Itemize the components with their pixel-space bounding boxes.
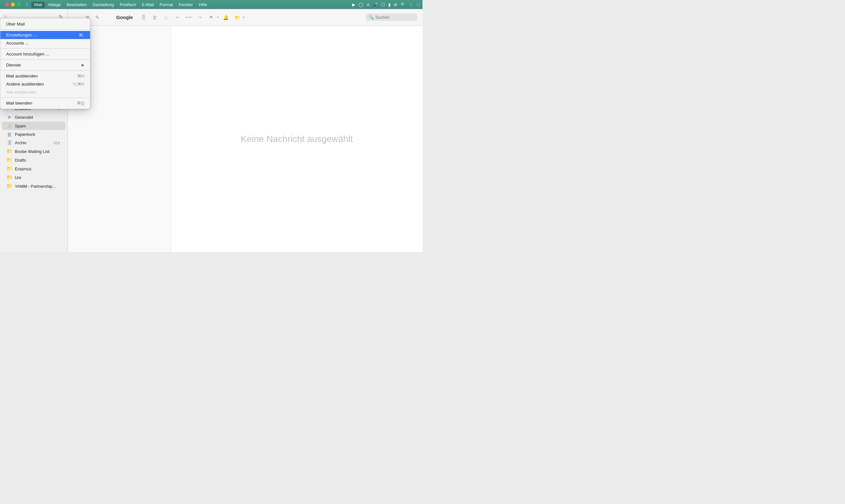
hide-mail-shortcut: ⌘H: [77, 74, 84, 78]
erasmus-label: Erasmus: [15, 166, 61, 171]
menu-separator-1: [0, 29, 90, 30]
menubar-bearbeiten[interactable]: Bearbeiten: [64, 2, 90, 8]
toolbar: ✉ ✎ Google 🗄 🗑 ⚠ ↩ ↩↩ ↪ ⚑ ▼ 🔔: [68, 9, 422, 26]
menu-hide-others[interactable]: Andere ausblenden ⌥⌘H: [0, 80, 90, 88]
sidebar-item-yamm[interactable]: 📁 YAMM - Partnership...: [2, 182, 66, 191]
reply-all-toolbar-btn[interactable]: ↩↩: [184, 13, 194, 22]
sent-icon: ➤: [6, 114, 12, 120]
menu-dienste[interactable]: Dienste ▶: [0, 61, 90, 69]
dienste-label: Dienste: [6, 62, 21, 68]
font-icon[interactable]: A: [367, 2, 370, 7]
trash-icon: 🗑: [6, 132, 12, 137]
menubar-hilfe[interactable]: Hilfe: [196, 2, 210, 8]
mail-menu-dropdown: Über Mail Einstellungen ... ⌘, Accounts …: [0, 18, 90, 109]
folder-chevron-icon[interactable]: ▼: [242, 16, 245, 19]
dienste-arrow-icon: ▶: [82, 63, 84, 67]
menu-separator-4: [0, 70, 90, 71]
sidebar-item-drafts[interactable]: 📁 Drafts: [2, 156, 66, 164]
search-icon: 🔍: [369, 15, 374, 20]
folder-yamm-icon: 📁: [6, 183, 12, 189]
menu-about-mail[interactable]: Über Mail: [0, 20, 90, 28]
hide-mail-label: Mail ausblenden: [6, 74, 38, 78]
flag-chevron-icon[interactable]: ▼: [217, 16, 219, 19]
traffic-lights: [3, 3, 23, 6]
audio-icon[interactable]: 🎤: [373, 2, 378, 7]
search-input[interactable]: [375, 15, 414, 20]
spam-icon: ⚠: [6, 123, 12, 129]
menu-hide-mail[interactable]: Mail ausblenden ⌘H: [0, 72, 90, 80]
menubar-email[interactable]: E-Mail: [139, 2, 157, 8]
quit-mail-shortcut: ⌘Q: [77, 101, 84, 106]
sidebar-item-erasmus[interactable]: 📁 Erasmus: [2, 165, 66, 173]
archiv-badge: 619: [53, 141, 61, 145]
flag-btn-group: ⚑ ▼: [206, 13, 219, 22]
junk-toolbar-btn[interactable]: ⚠: [161, 13, 171, 22]
accounts-label: Accounts ...: [6, 41, 29, 46]
siri-icon[interactable]: ◌: [416, 2, 420, 7]
controlcenter-icon[interactable]: ⋮: [409, 2, 413, 7]
minimize-button[interactable]: [11, 3, 15, 6]
spam-label: Spam: [15, 124, 61, 128]
menubar-postfach[interactable]: Postfach: [117, 2, 139, 8]
papierkorb-label: Papierkorb: [15, 132, 61, 137]
drafts-label: Drafts: [15, 158, 61, 163]
menu-preferences[interactable]: Einstellungen ... ⌘,: [0, 31, 90, 39]
search-menubar-icon[interactable]: 🔍: [400, 2, 406, 7]
menubar-fenster[interactable]: Fenster: [176, 2, 196, 8]
app-container: Über Mail Einstellungen ... ⌘, Accounts …: [0, 9, 422, 252]
sidebar-item-archiv[interactable]: 🗄 Archiv 619: [2, 139, 66, 147]
add-account-label: Account hinzufügen ...: [6, 52, 49, 56]
hide-others-label: Andere ausblenden: [6, 82, 44, 87]
sidebar-item-spam[interactable]: ⚠ Spam: [2, 122, 66, 130]
folder-btn-group: 📁 ▼: [232, 13, 245, 22]
yamm-label: YAMM - Partnership...: [15, 184, 61, 189]
archive-toolbar-btn[interactable]: 🗄: [139, 13, 148, 22]
move-toolbar-btn[interactable]: 📁: [232, 13, 242, 22]
toolbar-title: Google: [115, 15, 134, 20]
menu-separator-5: [0, 97, 90, 98]
notification-toolbar-btn[interactable]: 🔔: [221, 13, 231, 22]
no-message-text: Keine Nachricht ausgewählt: [241, 134, 353, 144]
display-icon[interactable]: ☐: [381, 2, 385, 7]
apple-menu[interactable]: : [23, 2, 31, 7]
reply-toolbar-btn[interactable]: ↩: [173, 13, 182, 22]
show-all-label: Alle einblenden: [6, 90, 36, 94]
play-icon[interactable]: ◯: [359, 2, 363, 7]
forward-toolbar-btn[interactable]: ↪: [195, 13, 205, 22]
battery-icon[interactable]: ▮: [388, 2, 391, 7]
uni-label: Uni: [15, 175, 61, 180]
sidebar-item-papierkorb[interactable]: 🗑 Papierkorb: [2, 130, 66, 139]
archiv-label: Archiv: [15, 140, 50, 145]
menu-quit-mail[interactable]: Mail beenden ⌘Q: [0, 99, 90, 107]
quit-mail-label: Mail beenden: [6, 101, 32, 106]
sidebar-item-uni[interactable]: 📁 Uni: [2, 173, 66, 182]
sidebar-item-gesendet[interactable]: ➤ Gesendet: [2, 113, 66, 121]
close-button[interactable]: [5, 3, 9, 6]
maximize-button[interactable]: [17, 3, 21, 6]
preferences-shortcut: ⌘,: [79, 33, 84, 37]
menubar-format[interactable]: Format: [157, 2, 176, 8]
wifi-icon[interactable]: ⊜: [394, 2, 397, 7]
menu-add-account[interactable]: Account hinzufügen ...: [0, 50, 90, 58]
compose-new-btn[interactable]: ✎: [92, 13, 102, 22]
sidebar-item-boxbe[interactable]: 📁 Boxbe Waiting List: [2, 147, 66, 156]
search-box: 🔍: [366, 14, 417, 21]
message-panel: Keine Nachricht ausgewählt: [171, 26, 422, 252]
main-content: ✉ ✎ Google 🗄 🗑 ⚠ ↩ ↩↩ ↪ ⚑ ▼ 🔔: [68, 9, 422, 252]
location-icon[interactable]: ▶: [352, 2, 355, 7]
preferences-label: Einstellungen ...: [6, 33, 37, 37]
menu-separator-3: [0, 59, 90, 60]
folder-boxbe-icon: 📁: [6, 148, 12, 154]
folder-erasmus-icon: 📁: [6, 166, 12, 172]
menubar-mail[interactable]: Mail: [31, 2, 45, 8]
menubar:  Mail Ablage Bearbeiten Darstellung Pos…: [0, 0, 422, 9]
flag-toolbar-btn[interactable]: ⚑: [206, 13, 216, 22]
hide-others-shortcut: ⌥⌘H: [72, 82, 84, 87]
delete-toolbar-btn[interactable]: 🗑: [150, 13, 160, 22]
folder-drafts-icon: 📁: [6, 157, 12, 163]
menubar-ablage[interactable]: Ablage: [45, 2, 64, 8]
menubar-darstellung[interactable]: Darstellung: [90, 2, 117, 8]
toolbar-center: ✉ ✎ Google 🗄 🗑 ⚠ ↩ ↩↩ ↪ ⚑ ▼ 🔔: [68, 9, 422, 25]
gesendet-label: Gesendet: [15, 115, 61, 120]
menu-accounts[interactable]: Accounts ...: [0, 39, 90, 47]
